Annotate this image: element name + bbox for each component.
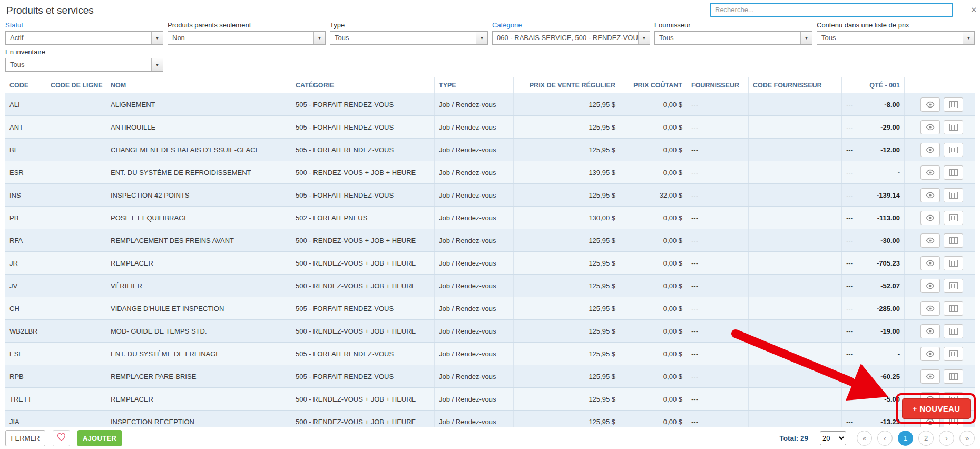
table-row-CH[interactable]: CHVIDANGE D'HUILE ET INSPECTION505 - FOR… [5,297,975,320]
cell-name: REMPLACER [106,388,291,410]
table-row-INS[interactable]: INSINSPECTION 42 POINTS505 - FORFAIT REN… [5,184,975,207]
page-button[interactable]: › [939,431,954,446]
pricelist-button[interactable] [944,165,963,180]
view-button[interactable] [920,324,940,338]
favorite-button[interactable] [53,430,70,446]
filter-dropdown[interactable]: 060 - RABAIS SERVICE, 500 - RENDEZ-VOUS▼ [492,31,650,45]
chevron-down-icon[interactable]: ▼ [963,32,974,44]
table-row-RPB[interactable]: RPBREMPLACER PARE-BRISE505 - FORFAIT REN… [5,365,975,388]
filter-dropdown[interactable]: Tous▼ [5,58,163,72]
table-row-PB[interactable]: PBPOSE ET EQUILIBRAGE502 - FORFAIT PNEUS… [5,207,975,229]
table-row-ESF[interactable]: ESFENT. DU SYSTÈME DE FREINAGE505 - FORF… [5,343,975,365]
chevron-down-icon[interactable]: ▼ [638,32,650,44]
filter-dropdown[interactable]: Actif▼ [5,31,163,45]
view-button[interactable] [920,188,940,202]
chevron-down-icon[interactable]: ▼ [151,32,163,44]
column-header-extra[interactable] [842,77,859,93]
pricelist-button[interactable] [944,324,963,338]
cell-cost: 0,00 $ [620,388,687,410]
chevron-down-icon[interactable]: ▼ [313,32,325,44]
filter-dropdown[interactable]: Tous▼ [330,31,488,45]
table-row-JV[interactable]: JVVÉRIFIER500 - RENDEZ-VOUS + JOB + HEUR… [5,275,975,297]
column-header-cost[interactable]: PRIX COÛTANT [620,77,687,93]
column-header-supplier_code[interactable]: CODE FOURNISSEUR [749,77,842,93]
view-button[interactable] [920,369,940,384]
cell-price: 125,95 $ [514,93,620,115]
pricelist-button[interactable] [944,369,963,384]
cell-type: Job / Rendez-vous [435,388,514,410]
pricelist-button[interactable] [944,211,963,225]
chevron-down-icon[interactable]: ▼ [151,58,163,71]
barcode-icon [949,192,958,199]
chevron-down-icon[interactable]: ▼ [476,32,487,44]
add-button[interactable]: AJOUTER [77,430,122,446]
filter-value: Tous [6,58,151,71]
pricelist-button[interactable] [944,301,963,316]
chevron-down-icon[interactable]: ▼ [800,32,812,44]
pricelist-button[interactable] [944,188,963,202]
table-row-JR[interactable]: JRREMPLACER500 - RENDEZ-VOUS + JOB + HEU… [5,252,975,275]
column-header-supplier[interactable]: FOURNISSEUR [687,77,749,93]
page-size-select[interactable]: 20 [820,431,846,445]
column-header-name[interactable]: NOM [106,77,291,93]
view-button[interactable] [920,256,940,270]
row-actions [905,343,975,365]
page-button[interactable]: « [857,431,872,446]
view-button[interactable] [920,211,940,225]
eye-icon [926,192,935,199]
table-row-ESR[interactable]: ESRENT. DU SYSTÈME DE REFROIDISSEMENT500… [5,161,975,184]
eye-icon [926,169,935,176]
column-header-qty[interactable]: QTÉ - 001 [859,77,905,93]
minimize-icon[interactable]: — [957,7,965,15]
filter-dropdown[interactable]: Tous▼ [654,31,812,45]
column-header-category[interactable]: CATÉGORIE [291,77,435,93]
table-row-BE[interactable]: BECHANGEMENT DES BALAIS D'ESSUIE-GLACE50… [5,139,975,161]
table-row-TRETT[interactable]: TRETTREMPLACER500 - RENDEZ-VOUS + JOB + … [5,388,975,411]
pricelist-button[interactable] [944,97,963,112]
column-header-price[interactable]: PRIX DE VENTE RÉGULIER [514,77,620,93]
table-row-RFA[interactable]: RFAREMPLACEMENT DES FREINS AVANT500 - RE… [5,229,975,252]
pricelist-button[interactable] [944,233,963,248]
column-header-line_code[interactable]: CODE DE LIGNE [46,77,106,93]
table-body: ALIALIGNEMENT505 - FORFAIT RENDEZ-VOUSJo… [5,93,975,427]
close-icon[interactable]: ✕ [971,6,977,14]
cell-type: Job / Rendez-vous [435,184,514,206]
table-row-JIA[interactable]: JIAINSPECTION RECEPTION500 - RENDEZ-VOUS… [5,411,975,427]
pricelist-button[interactable] [944,256,963,270]
page-button-active[interactable]: 1 [898,431,913,446]
filter-inventaire: En inventaireTous▼ [5,48,163,72]
pricelist-button[interactable] [944,120,963,134]
view-button[interactable] [920,143,940,157]
cell-code: JV [5,275,46,297]
filter-label: Produits parents seulement [168,21,326,30]
cell-qty: -29.00 [859,116,905,138]
view-button[interactable] [920,165,940,180]
column-header-type[interactable]: TYPE [435,77,514,93]
cell-extra: --- [842,93,859,115]
page-button[interactable]: ‹ [877,431,893,446]
view-button[interactable] [920,120,940,134]
view-button[interactable] [920,347,940,361]
cell-category: 502 - FORFAIT PNEUS [291,207,435,229]
cell-code: ESF [5,343,46,365]
pricelist-button[interactable] [944,143,963,157]
close-window-button[interactable]: FERMER [5,430,45,446]
page-button[interactable]: » [959,431,975,446]
filter-dropdown[interactable]: Non▼ [168,31,326,45]
view-button[interactable] [920,97,940,112]
search-input[interactable] [710,3,953,17]
column-header-code[interactable]: CODE [5,77,46,93]
view-button[interactable] [920,233,940,248]
view-button[interactable] [920,301,940,316]
pricelist-button[interactable] [944,347,963,361]
view-button[interactable] [920,279,940,293]
table-row-ALI[interactable]: ALIALIGNEMENT505 - FORFAIT RENDEZ-VOUSJo… [5,93,975,116]
table-row-WB2LBR[interactable]: WB2LBRMOD- GUIDE DE TEMPS STD.500 - REND… [5,320,975,343]
pricelist-button[interactable] [944,279,963,293]
table-row-ANT[interactable]: ANTANTIROUILLE505 - FORFAIT RENDEZ-VOUSJ… [5,116,975,139]
filter-dropdown[interactable]: Tous▼ [817,31,975,45]
page-button[interactable]: 2 [918,431,934,446]
cell-cost: 0,00 $ [620,139,687,161]
new-button[interactable]: + NOUVEAU [902,398,971,419]
eye-icon [926,373,935,380]
